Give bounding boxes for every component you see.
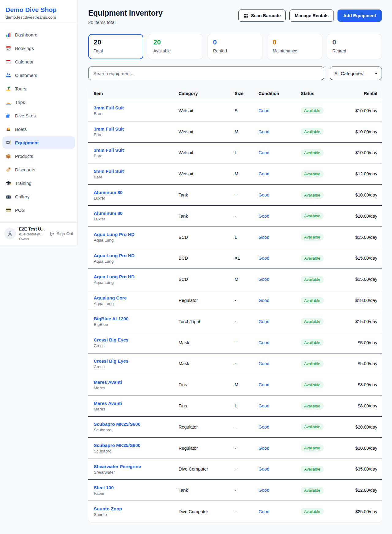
condition-link[interactable]: Good bbox=[258, 256, 269, 261]
condition-link[interactable]: Good bbox=[258, 108, 269, 113]
sidebar-item-products[interactable]: Products bbox=[2, 150, 75, 162]
sidebar-item-training[interactable]: Training bbox=[2, 177, 75, 189]
stat-card-total[interactable]: 20 Total bbox=[88, 34, 143, 59]
sidebar-item-tours[interactable]: Tours bbox=[2, 82, 75, 95]
category-cell: Regulator bbox=[179, 425, 235, 429]
table-row: Aqua Lung Pro HD Aqua Lung BCD XL Good A… bbox=[88, 248, 382, 269]
sidebar-item-label: Dashboard bbox=[15, 32, 37, 37]
user-name: E2E Test U... bbox=[19, 227, 47, 231]
size-cell: - bbox=[235, 488, 258, 493]
condition-link[interactable]: Good bbox=[258, 129, 269, 134]
status-badge: Available bbox=[301, 423, 324, 430]
condition-link[interactable]: Good bbox=[258, 488, 269, 493]
item-name-link[interactable]: Steel 100 bbox=[94, 485, 179, 490]
status-cell: Available bbox=[301, 128, 334, 135]
status-badge: Available bbox=[301, 192, 324, 199]
sidebar-item-boats[interactable]: Boats bbox=[2, 123, 75, 135]
stat-value: 0 bbox=[332, 38, 376, 46]
sidebar-item-label: Calendar bbox=[15, 59, 34, 64]
brand-name[interactable]: Demo Dive Shop bbox=[6, 6, 72, 13]
people-icon bbox=[6, 72, 11, 78]
item-cell: 3mm Full Suit Bare bbox=[94, 147, 179, 158]
condition-link[interactable]: Good bbox=[258, 340, 269, 345]
sidebar-item-dive-sites[interactable]: Dive Sites bbox=[2, 109, 75, 122]
sidebar-item-dashboard[interactable]: Dashboard bbox=[2, 29, 75, 41]
table-row: Aluminum 80 Luxfer Tank - Good Available… bbox=[88, 185, 382, 206]
sidebar-item-customers[interactable]: Customers bbox=[2, 69, 75, 81]
condition-link[interactable]: Good bbox=[258, 403, 269, 408]
category-cell: Wetsuit bbox=[179, 150, 235, 155]
manage-rentals-button[interactable]: Manage Rentals bbox=[289, 10, 334, 22]
condition-cell: Good bbox=[258, 298, 301, 303]
condition-link[interactable]: Good bbox=[258, 446, 269, 451]
item-name-link[interactable]: Mares Avanti bbox=[94, 380, 179, 385]
item-cell: BigBlue AL1200 BigBlue bbox=[94, 316, 179, 327]
brand-domain: demo.test.divestreams.com bbox=[6, 15, 72, 20]
item-name-link[interactable]: Aqua Lung Pro HD bbox=[94, 232, 179, 237]
sidebar-item-pos[interactable]: POS bbox=[2, 204, 75, 216]
item-name-link[interactable]: 3mm Full Suit bbox=[94, 126, 179, 132]
status-badge: Available bbox=[301, 255, 324, 262]
table-row: Mares Avanti Mares Fins M Good Available… bbox=[88, 374, 382, 395]
item-name-link[interactable]: Aqua Lung Pro HD bbox=[94, 253, 179, 258]
condition-link[interactable]: Good bbox=[258, 361, 269, 366]
condition-link[interactable]: Good bbox=[258, 467, 269, 471]
sidebar-item-equipment[interactable]: Equipment bbox=[2, 136, 75, 149]
rental-cell: $15.00/day bbox=[334, 319, 377, 324]
item-brand: Aqua Lung bbox=[94, 259, 179, 264]
item-name-link[interactable]: Aqua Lung Pro HD bbox=[94, 274, 179, 279]
item-name-link[interactable]: Suunto Zoop bbox=[94, 506, 179, 511]
condition-link[interactable]: Good bbox=[258, 298, 269, 303]
condition-link[interactable]: Good bbox=[258, 193, 269, 197]
condition-link[interactable]: Good bbox=[258, 425, 269, 429]
item-name-link[interactable]: 3mm Full Suit bbox=[94, 147, 179, 153]
item-name-link[interactable]: Mares Avanti bbox=[94, 401, 179, 406]
item-name-link[interactable]: BigBlue AL1200 bbox=[94, 316, 179, 321]
sidebar-item-calendar[interactable]: Calendar bbox=[2, 55, 75, 68]
table-row: Steel 100 Faber Tank - Good Available $1… bbox=[88, 480, 382, 501]
add-equipment-label: Add Equipment bbox=[343, 13, 376, 18]
stat-label: Rented bbox=[213, 48, 257, 53]
item-name-link[interactable]: Scubapro MK25/S600 bbox=[94, 443, 179, 448]
item-name-link[interactable]: Cressi Big Eyes bbox=[94, 358, 179, 364]
item-cell: Suunto Zoop Suunto bbox=[94, 506, 179, 517]
size-cell: M bbox=[235, 277, 258, 282]
sidebar-item-bookings[interactable]: Bookings bbox=[2, 42, 75, 54]
stat-card-rented[interactable]: 0 Rented bbox=[208, 34, 263, 59]
item-cell: 5mm Full Suit Bare bbox=[94, 169, 179, 179]
category-select[interactable]: All Categories bbox=[330, 67, 382, 80]
condition-link[interactable]: Good bbox=[258, 277, 269, 282]
sidebar-item-discounts[interactable]: Discounts bbox=[2, 163, 75, 176]
search-input[interactable] bbox=[88, 67, 324, 80]
table-row: Cressi Big Eyes Cressi Mask - Good Avail… bbox=[88, 332, 382, 353]
item-name-link[interactable]: Aluminum 80 bbox=[94, 211, 179, 216]
sidebar-item-gallery[interactable]: Gallery bbox=[2, 190, 75, 203]
item-name-link[interactable]: Cressi Big Eyes bbox=[94, 337, 179, 342]
status-cell: Available bbox=[301, 212, 334, 219]
sidebar-item-trips[interactable]: Trips bbox=[2, 96, 75, 108]
rental-cell: $8.00/day bbox=[334, 382, 377, 387]
sign-out-button[interactable]: Sign Out bbox=[50, 231, 73, 236]
item-name-link[interactable]: Scubapro MK25/S600 bbox=[94, 421, 179, 427]
stat-card-maintenance[interactable]: 0 Maintenance bbox=[267, 34, 322, 59]
avatar bbox=[4, 228, 16, 239]
condition-cell: Good bbox=[258, 235, 301, 240]
item-name-link[interactable]: Aqualung Core bbox=[94, 295, 179, 300]
add-equipment-button[interactable]: Add Equipment bbox=[337, 10, 382, 22]
condition-link[interactable]: Good bbox=[258, 382, 269, 387]
item-cell: Aqualung Core Aqua Lung bbox=[94, 295, 179, 306]
condition-link[interactable]: Good bbox=[258, 150, 269, 155]
condition-link[interactable]: Good bbox=[258, 214, 269, 219]
item-name-link[interactable]: Shearwater Peregrine bbox=[94, 464, 179, 469]
item-name-link[interactable]: Aluminum 80 bbox=[94, 190, 179, 195]
condition-link[interactable]: Good bbox=[258, 319, 269, 324]
item-name-link[interactable]: 3mm Full Suit bbox=[94, 105, 179, 110]
stat-card-retired[interactable]: 0 Retired bbox=[327, 34, 382, 59]
condition-link[interactable]: Good bbox=[258, 171, 269, 176]
condition-link[interactable]: Good bbox=[258, 235, 269, 240]
sidebar-item-label: Bookings bbox=[15, 46, 34, 51]
stat-card-available[interactable]: 20 Available bbox=[148, 34, 203, 59]
item-name-link[interactable]: 5mm Full Suit bbox=[94, 169, 179, 174]
scan-barcode-button[interactable]: Scan Barcode bbox=[238, 10, 286, 22]
condition-link[interactable]: Good bbox=[258, 509, 269, 514]
